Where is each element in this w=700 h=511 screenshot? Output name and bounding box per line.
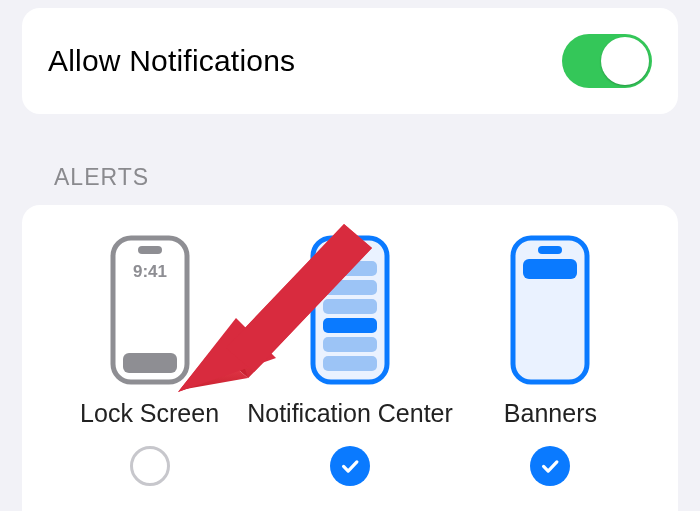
svg-rect-6 <box>323 261 377 276</box>
alert-check-banners[interactable] <box>530 446 570 486</box>
alerts-card: 9:41 Lock Screen <box>22 205 678 511</box>
alerts-section-header: ALERTS <box>22 164 678 191</box>
allow-notifications-label: Allow Notifications <box>48 44 295 78</box>
alert-check-lock-screen[interactable] <box>130 446 170 486</box>
svg-rect-11 <box>323 356 377 371</box>
alert-option-notification-center[interactable]: Notification Center <box>247 235 453 486</box>
allow-notifications-toggle[interactable] <box>562 34 652 88</box>
svg-rect-13 <box>538 246 562 254</box>
svg-rect-7 <box>323 280 377 295</box>
alert-option-lock-screen[interactable]: 9:41 Lock Screen <box>52 235 247 486</box>
svg-rect-1 <box>138 246 162 254</box>
alert-label-notification-center: Notification Center <box>247 399 453 428</box>
phone-lockscreen-icon: 9:41 <box>110 235 190 385</box>
allow-notifications-row[interactable]: Allow Notifications <box>22 8 678 114</box>
svg-text:9:41: 9:41 <box>133 262 167 281</box>
svg-rect-14 <box>523 259 577 279</box>
svg-rect-5 <box>338 246 362 254</box>
checkmark-icon <box>339 455 361 477</box>
alert-label-banners: Banners <box>504 399 597 428</box>
alert-label-lock-screen: Lock Screen <box>80 399 219 428</box>
svg-rect-9 <box>323 318 377 333</box>
alert-check-notification-center[interactable] <box>330 446 370 486</box>
alerts-row: 9:41 Lock Screen <box>52 235 648 486</box>
alert-option-banners[interactable]: Banners <box>453 235 648 486</box>
svg-rect-3 <box>123 353 177 373</box>
phone-notification-center-icon <box>310 235 390 385</box>
phone-banner-icon <box>510 235 590 385</box>
svg-rect-10 <box>323 337 377 352</box>
toggle-knob <box>601 37 649 85</box>
checkmark-icon <box>539 455 561 477</box>
svg-rect-8 <box>323 299 377 314</box>
settings-screen: Allow Notifications ALERTS 9:41 <box>0 8 700 511</box>
